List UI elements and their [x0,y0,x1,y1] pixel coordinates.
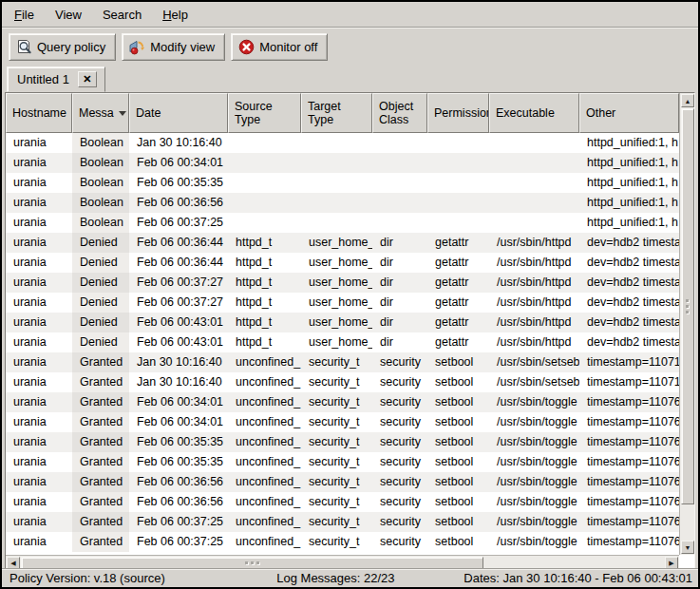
cell-message: Granted [72,492,129,512]
cell-date: Jan 30 10:16:40 [129,133,228,153]
menu-item-search[interactable]: Search [92,2,152,27]
cell-permission [427,213,489,233]
arrow-right-icon: ▶ [669,560,673,566]
cell-source: httpd_t [228,332,301,352]
vertical-scroll-thumb[interactable] [681,108,694,504]
cell-permission: setbool [427,532,489,552]
column-header-message[interactable]: Messa [72,93,129,133]
cell-objclass: security [372,392,427,412]
table-row[interactable]: uraniaGrantedFeb 06 00:35:35unconfined_s… [6,452,679,472]
table-row[interactable]: uraniaGrantedFeb 06 00:34:01unconfined_s… [6,392,679,412]
table-row[interactable]: uraniaGrantedJan 30 10:16:40unconfined_s… [6,372,679,392]
cell-target: security_t [301,472,372,492]
cell-hostname: urania [6,392,72,412]
tab-bar: Untitled 1 ✕ [2,65,698,92]
monitor-off-icon [238,39,255,55]
table-row[interactable]: uraniaBooleanFeb 06 00:36:56httpd_unifie… [6,193,679,213]
table-row[interactable]: uraniaDeniedFeb 06 00:43:01httpd_tuser_h… [6,313,679,332]
cell-permission: setbool [427,492,489,512]
column-header-other[interactable]: Other [579,93,679,133]
table-row[interactable]: uraniaDeniedFeb 06 00:36:44httpd_tuser_h… [6,253,679,273]
tab-close-button[interactable]: ✕ [78,71,97,87]
table-row[interactable]: uraniaGrantedFeb 06 00:37:25unconfined_s… [6,532,679,552]
cell-source: unconfined_ [228,352,301,372]
table-row[interactable]: uraniaGrantedFeb 06 00:37:25unconfined_s… [6,512,679,532]
cell-executable: /usr/sbin/toggle [489,412,579,432]
table-row[interactable]: uraniaBooleanFeb 06 00:37:25httpd_unifie… [6,213,679,233]
cell-date: Feb 06 00:37:27 [129,293,228,313]
cell-objclass: dir [372,332,427,352]
cell-target: user_home_ [301,253,372,273]
table-row[interactable]: uraniaGrantedFeb 06 00:36:56unconfined_s… [6,472,679,492]
cell-hostname: urania [6,233,72,253]
table-row[interactable]: uraniaGrantedFeb 06 00:36:56unconfined_s… [6,492,679,512]
cell-permission: setbool [427,392,489,412]
table-row[interactable]: uraniaBooleanFeb 06 00:34:01httpd_unifie… [6,153,679,173]
menu-item-help[interactable]: Help [152,2,199,27]
column-header-label: Messa [79,106,114,120]
cell-permission: setbool [427,472,489,492]
cell-target [301,153,372,173]
cell-hostname: urania [6,452,72,472]
cell-other: httpd_unified:1, h [579,193,679,213]
cell-date: Feb 06 00:37:27 [129,273,228,293]
cell-executable: /usr/sbin/httpd [489,233,579,253]
table-row[interactable]: uraniaGrantedFeb 06 00:35:35unconfined_s… [6,432,679,452]
cell-hostname: urania [6,332,72,352]
cell-other: timestamp=11076 [579,412,679,432]
cell-hostname: urania [6,372,72,392]
cell-source: unconfined_ [228,472,301,492]
cell-target: security_t [301,412,372,432]
scroll-down-button[interactable]: ▼ [681,541,694,554]
table-row[interactable]: uraniaDeniedFeb 06 00:37:27httpd_tuser_h… [6,273,679,293]
toolbar-button-modify-view[interactable]: Modify view [122,33,225,61]
cell-other: httpd_unified:1, h [579,173,679,193]
vertical-scrollbar[interactable]: ▲ ▼ [679,93,694,555]
cell-executable [489,153,579,173]
column-header-hostname[interactable]: Hostname [6,93,72,133]
cell-message: Boolean [72,153,129,173]
cell-executable: /usr/sbin/httpd [489,293,579,313]
tab-label: Untitled 1 [17,72,69,86]
column-header-objclass[interactable]: ObjectClass [372,93,427,133]
table-row[interactable]: uraniaGrantedFeb 06 00:34:01unconfined_s… [6,412,679,432]
scroll-up-button[interactable]: ▲ [681,94,694,107]
toolbar: Query policyModify viewMonitor off [2,29,698,65]
menu-item-file[interactable]: File [4,2,45,27]
column-header-permission[interactable]: Permission [427,93,489,133]
close-icon: ✕ [83,74,91,85]
cell-permission: getattr [427,273,489,293]
cell-other: httpd_unified:1, h [579,133,679,153]
horizontal-scrollbar[interactable]: ◀ ▶ [6,555,679,569]
table-row[interactable]: uraniaDeniedFeb 06 00:43:01httpd_tuser_h… [6,332,679,352]
cell-other: timestamp=11071 [579,372,679,392]
column-header-source[interactable]: SourceType [228,93,301,133]
cell-executable: /usr/sbin/setseb [489,352,579,372]
cell-objclass: dir [372,273,427,293]
toolbar-button-label: Modify view [150,40,215,54]
cell-objclass: dir [372,293,427,313]
toolbar-button-query-policy[interactable]: Query policy [9,33,116,61]
column-header-executable[interactable]: Executable [489,93,579,133]
cell-date: Feb 06 00:35:35 [129,452,228,472]
toolbar-button-label: Monitor off [259,40,317,54]
table-row[interactable]: uraniaBooleanJan 30 10:16:40httpd_unifie… [6,133,679,153]
table-row[interactable]: uraniaDeniedFeb 06 00:37:27httpd_tuser_h… [6,293,679,313]
toolbar-button-label: Query policy [37,40,105,54]
toolbar-button-monitor-off[interactable]: Monitor off [231,33,328,61]
cell-message: Granted [72,372,129,392]
table-row[interactable]: uraniaGrantedJan 30 10:16:40unconfined_s… [6,352,679,372]
table-row[interactable]: uraniaBooleanFeb 06 00:35:35httpd_unifie… [6,173,679,193]
cell-source: unconfined_ [228,372,301,392]
cell-target: security_t [301,372,372,392]
table-row[interactable]: uraniaDeniedFeb 06 00:36:44httpd_tuser_h… [6,233,679,253]
cell-source: unconfined_ [228,452,301,472]
cell-message: Granted [72,472,129,492]
menu-item-view[interactable]: View [45,2,92,27]
cell-message: Granted [72,512,129,532]
tab-untitled-1[interactable]: Untitled 1 ✕ [7,66,105,92]
app-window: FileViewSearchHelp Query policyModify vi… [0,0,700,589]
column-header-target[interactable]: TargetType [301,93,372,133]
column-header-date[interactable]: Date [129,93,228,133]
cell-target: user_home_ [301,273,372,293]
